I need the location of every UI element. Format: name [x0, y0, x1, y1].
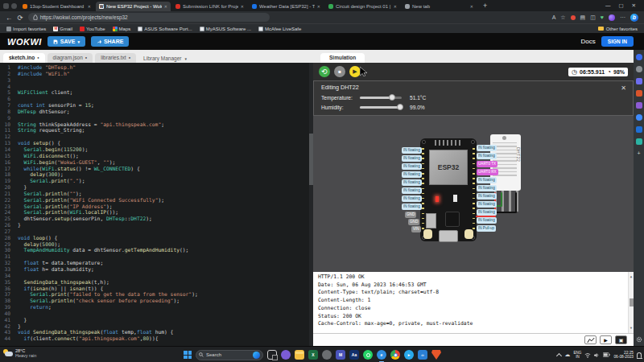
- refresh-icon[interactable]: ⟳: [18, 14, 23, 21]
- code-line[interactable]: 18 delay(300);: [0, 171, 313, 178]
- serial-monitor[interactable]: HTTP/1.1 200 OKDate: Sun, 06 Aug 2023 16…: [313, 272, 634, 333]
- browser-tab[interactable]: Circuit design Project 01 | Tinker✕: [325, 2, 400, 11]
- slider-thumb[interactable]: [389, 94, 395, 101]
- temperature-slider[interactable]: [360, 97, 402, 99]
- code-line[interactable]: 33 float h= data.humidity;: [0, 266, 313, 273]
- code-line[interactable]: 41 }: [0, 317, 313, 323]
- code-line[interactable]: 13void setup() {: [0, 140, 313, 146]
- code-line[interactable]: 25 dhtSensor.setup(sensorPin, DHTesp::DH…: [0, 216, 313, 222]
- clock[interactable]: 22:2506-08-2023: [613, 351, 634, 360]
- file-explorer-icon[interactable]: [295, 350, 304, 360]
- code-line[interactable]: 30 TempAndHumidity data = dhtSensor.getT…: [0, 247, 313, 253]
- notifications-icon[interactable]: [637, 352, 642, 358]
- run-serial-button[interactable]: ▶: [600, 335, 612, 344]
- code-line[interactable]: 5WiFiClient client;: [0, 89, 313, 96]
- code-editor[interactable]: 1#include "DHTesp.h"2#include "WiFi.h"34…: [0, 63, 313, 346]
- library-manager-tab[interactable]: Library Manager ▾: [138, 54, 192, 63]
- code-line[interactable]: 40: [0, 311, 313, 317]
- code-line[interactable]: 21 Serial.println("");: [0, 191, 313, 197]
- browser-tab[interactable]: WNew ESP32 Project - Wokwi Sim✕: [96, 2, 171, 11]
- code-line[interactable]: 19 Serial.print(".");: [0, 178, 313, 184]
- scrollbar-handle[interactable]: [630, 298, 634, 306]
- split-screen-icon[interactable]: ◫: [590, 14, 596, 21]
- tab-close-icon[interactable]: ✕: [317, 4, 320, 9]
- search-icon[interactable]: [636, 66, 642, 72]
- scroll-up-icon[interactable]: ▲: [630, 273, 632, 281]
- code-line[interactable]: 6: [0, 96, 313, 102]
- brave-icon[interactable]: [431, 350, 441, 360]
- editor-tab-sketch-ino[interactable]: sketch.ino●: [3, 53, 45, 63]
- recording-indicator-icon[interactable]: [571, 15, 576, 20]
- serial-scrollbar[interactable]: ▲ ▼: [628, 272, 634, 333]
- bookmark-item[interactable]: MyASUS Software ...: [200, 27, 251, 31]
- bookmark-item[interactable]: ASUS Software Port...: [138, 27, 192, 31]
- code-line[interactable]: 27: [0, 228, 313, 235]
- volume-icon[interactable]: [594, 352, 600, 358]
- settings-gear-icon[interactable]: [636, 336, 642, 343]
- bookmark-item[interactable]: McAfee LiveSafe: [258, 27, 301, 31]
- browser-tab[interactable]: Weather Data [ESP32] - ThingSp✕: [249, 2, 324, 11]
- back-icon[interactable]: ←: [6, 14, 13, 21]
- sign-in-button[interactable]: SIGN IN: [601, 36, 634, 47]
- new-tab-button[interactable]: +: [479, 2, 491, 10]
- code-line[interactable]: 36 if(isnan(h) || isnan(t)) {: [0, 286, 313, 292]
- whatsapp-icon[interactable]: [363, 350, 373, 360]
- code-line[interactable]: 8DHTesp dhtSensor;: [0, 109, 313, 115]
- profile-avatar[interactable]: [609, 14, 615, 21]
- bookmark-item[interactable]: MGmail: [53, 27, 72, 31]
- humidity-slider[interactable]: [360, 106, 402, 109]
- more-menu-icon[interactable]: ⋯: [620, 14, 625, 21]
- copilot-icon[interactable]: [281, 350, 291, 360]
- code-line[interactable]: 9: [0, 115, 313, 121]
- stop-button[interactable]: ■: [334, 66, 345, 77]
- docs-link[interactable]: Docs: [581, 38, 596, 45]
- code-line[interactable]: 31: [0, 253, 313, 260]
- code-line[interactable]: 1#include "DHTesp.h": [0, 64, 313, 71]
- tab-close-icon[interactable]: ✕: [394, 4, 397, 9]
- en-button[interactable]: [423, 229, 432, 239]
- code-line[interactable]: 29 delay(5000);: [0, 241, 313, 248]
- start-button[interactable]: [184, 351, 192, 359]
- browser-tab[interactable]: Submission LINK for Projects on✕: [172, 2, 247, 11]
- simulation-canvas[interactable]: ESP32 DHT22: [313, 116, 634, 272]
- code-line[interactable]: 32 float t= data.temperature;: [0, 260, 313, 266]
- recorder-icon[interactable]: [322, 350, 332, 360]
- code-line[interactable]: 26}: [0, 222, 313, 228]
- reader-icon[interactable]: Aa: [349, 350, 359, 360]
- code-line[interactable]: 39 return;: [0, 304, 313, 311]
- editor-tab-libraries-txt[interactable]: libraries.txt●: [95, 53, 136, 63]
- bing-copilot-icon[interactable]: b: [630, 14, 638, 22]
- wifi-icon[interactable]: [584, 352, 591, 358]
- onedrive-icon[interactable]: ☁: [564, 352, 570, 358]
- code-line[interactable]: 20 }: [0, 184, 313, 191]
- tab-close-icon[interactable]: ✕: [470, 4, 473, 9]
- code-line[interactable]: 12: [0, 134, 313, 140]
- code-line[interactable]: 34: [0, 273, 313, 279]
- language-indicator[interactable]: ENGIN: [573, 351, 581, 359]
- favorites-star-icon[interactable]: ☆: [560, 14, 565, 21]
- save-button[interactable]: SAVE▾: [47, 36, 85, 47]
- browser-essentials-icon[interactable]: ♥: [601, 14, 604, 20]
- vscode-icon[interactable]: ‹›: [418, 350, 427, 360]
- tab-close-icon[interactable]: ✕: [164, 4, 167, 9]
- tools-icon[interactable]: [636, 114, 642, 121]
- browser-tab[interactable]: New tab✕: [402, 2, 477, 11]
- code-line[interactable]: 7const int sensorPin = 15;: [0, 102, 313, 109]
- save-dropdown-icon[interactable]: ▾: [77, 39, 80, 44]
- basket-icon[interactable]: [636, 90, 642, 97]
- code-line[interactable]: 17 while(WiFi.status() != WL_CONNECTED) …: [0, 166, 313, 172]
- shopping-icon[interactable]: [636, 78, 642, 84]
- play-button[interactable]: ▶: [349, 66, 361, 77]
- minimize-button[interactable]: —: [605, 2, 611, 9]
- address-bar[interactable]: https://wokwi.com/projects/new/esp32: [28, 13, 270, 22]
- code-line[interactable]: 22 Serial.println("WiFi Connected Succes…: [0, 197, 313, 204]
- telegram-icon[interactable]: ▸: [404, 350, 414, 360]
- task-view-icon[interactable]: [267, 350, 277, 360]
- code-line[interactable]: 23 Serial.println("IP Address");: [0, 204, 313, 210]
- editor-tab-diagram-json[interactable]: diagram.json●: [47, 53, 93, 63]
- terminal-button[interactable]: ▣: [615, 335, 627, 344]
- maximize-button[interactable]: ▢: [618, 2, 623, 9]
- tab-close-icon[interactable]: ✕: [241, 4, 244, 9]
- tab-close-icon[interactable]: ✕: [88, 4, 91, 9]
- read-aloud-icon[interactable]: A: [552, 14, 556, 20]
